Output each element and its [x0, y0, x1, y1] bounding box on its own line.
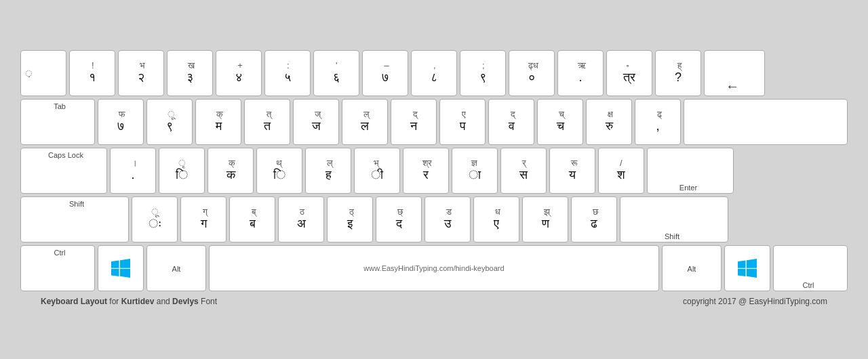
key-backspace[interactable]: ← [704, 50, 765, 96]
key-quote[interactable]: / श [598, 148, 644, 194]
key-t[interactable]: ज् ज [293, 99, 339, 145]
key-r[interactable]: त् त [244, 99, 290, 145]
key-f[interactable]: थ् ि [256, 148, 302, 194]
key-j[interactable]: श्र र [403, 148, 449, 194]
key-8[interactable]: , ८ [411, 50, 457, 96]
key-s[interactable]: ृ ि [159, 148, 205, 194]
key-win-right[interactable] [724, 245, 770, 291]
key-shift-right[interactable]: Shift [620, 196, 728, 242]
row-bottom: Ctrl Alt www.EasyHindiTyping.com/hindi-k… [20, 245, 848, 291]
footer: Keyboard Layout for Kurtidev and Devlys … [20, 294, 848, 309]
row-number: ़ ! १ भ २ ख ३ + ४ [20, 50, 848, 96]
windows-logo-right-icon [738, 259, 757, 278]
key-semicolon[interactable]: रू य [549, 148, 595, 194]
key-y[interactable]: ल् ल [342, 99, 388, 145]
key-3[interactable]: ख ३ [167, 50, 213, 96]
key-a[interactable]: । . [110, 148, 156, 194]
key-0[interactable]: ढ्ध ० [509, 50, 555, 96]
key-d[interactable]: क् क [208, 148, 254, 194]
key-equals[interactable]: ॰ त्र [606, 50, 652, 96]
key-c[interactable]: ब् ब [229, 196, 275, 242]
key-x[interactable]: ग् ग [180, 196, 226, 242]
key-v[interactable]: ठ अ [278, 196, 324, 242]
key-minus[interactable]: ऋ . [557, 50, 604, 96]
key-7[interactable]: – ७ [362, 50, 408, 96]
row-shift: Shift ू ः ग् ग ब् ब ठ अ [20, 196, 848, 242]
key-ctrl-left[interactable]: Ctrl [20, 245, 95, 291]
key-shift-left[interactable]: Shift [20, 196, 129, 242]
key-g[interactable]: ल् ह [305, 148, 351, 194]
key-9[interactable]: ; ९ [460, 50, 506, 96]
key-u[interactable]: द् न [391, 99, 437, 145]
key-z[interactable]: ू ः [132, 196, 178, 242]
key-5[interactable]: : ५ [264, 50, 311, 96]
key-6[interactable]: ' ६ [313, 50, 359, 96]
key-n[interactable]: छ् द [376, 196, 422, 242]
key-enter-extend [684, 99, 848, 145]
key-bracket[interactable]: ह् ? [655, 50, 701, 96]
key-p[interactable]: च् च [537, 99, 583, 145]
key-rbracket[interactable]: ढ् , [635, 99, 681, 145]
key-l[interactable]: र् स [500, 148, 547, 194]
key-slash[interactable]: छ ढ [571, 196, 617, 242]
footer-title: Keyboard Layout for Kurtidev and Devlys … [41, 297, 217, 306]
key-comma[interactable]: ध ए [473, 196, 519, 242]
key-backtick[interactable]: ़ [20, 50, 66, 96]
footer-copyright: copyright 2017 @ EasyHindiTyping.com [683, 297, 827, 306]
key-i[interactable]: ए प [439, 99, 486, 145]
key-e[interactable]: क् म [195, 99, 241, 145]
key-alt-right[interactable]: Alt [662, 245, 722, 291]
key-ctrl-right[interactable]: Ctrl [773, 245, 848, 291]
key-q[interactable]: फ ७ [98, 99, 144, 145]
key-win-left[interactable] [98, 245, 144, 291]
key-tab[interactable]: Tab [20, 99, 95, 145]
key-period[interactable]: झ् ण [522, 196, 568, 242]
key-o[interactable]: द् व [488, 99, 534, 145]
key-alt-left[interactable]: Alt [146, 245, 206, 291]
key-enter[interactable]: Enter [647, 148, 734, 194]
keyboard-wrapper: ़ ! १ भ २ ख ३ + ४ [0, 37, 868, 322]
key-2[interactable]: भ २ [118, 50, 164, 96]
key-caps-lock[interactable]: Caps Lock [20, 148, 107, 194]
key-4[interactable]: + ४ [216, 50, 262, 96]
key-k[interactable]: ज्ञ ा [452, 148, 498, 194]
key-m[interactable]: ड उ [425, 196, 471, 242]
key-1[interactable]: ! १ [69, 50, 115, 96]
windows-logo-icon [111, 259, 130, 278]
key-h[interactable]: भ् ी [354, 148, 400, 194]
key-b[interactable]: ठ् इ [327, 196, 373, 242]
row-qwerty: Tab फ ७ ू ९ क् म त् त [20, 99, 848, 145]
row-asdf: Caps Lock । . ृ ि क् क थ् ि [20, 148, 848, 194]
key-space[interactable]: www.EasyHindiTyping.com/hindi-keyboard [209, 245, 659, 291]
key-lbracket[interactable]: क्ष रु [586, 99, 632, 145]
key-w[interactable]: ू ९ [146, 99, 193, 145]
